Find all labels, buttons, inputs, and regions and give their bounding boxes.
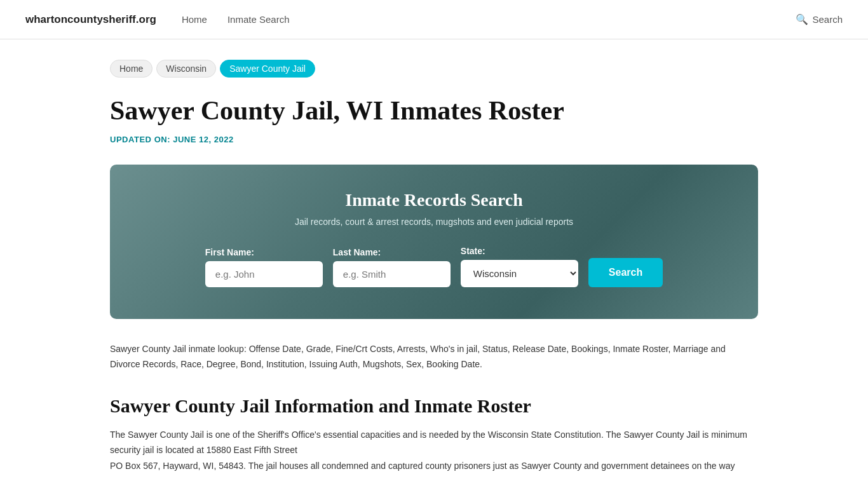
nav-item-inmate-search[interactable]: Inmate Search [227,14,290,25]
first-name-group: First Name: [205,247,323,287]
search-icon: 🔍 [796,13,808,25]
navbar: whartoncountysheriff.org Home Inmate Sea… [0,0,868,39]
body-text: The Sawyer County Jail is one of the She… [110,427,758,474]
first-name-label: First Name: [205,247,254,257]
navbar-search[interactable]: 🔍 Search [796,13,843,25]
state-select[interactable]: AlabamaAlaskaArizonaArkansasCaliforniaCo… [461,260,578,287]
last-name-group: Last Name: [333,247,451,287]
last-name-label: Last Name: [333,247,381,257]
nav-link-home[interactable]: Home [182,14,207,25]
search-form: First Name: Last Name: State: AlabamaAla… [148,246,720,287]
last-name-input[interactable] [333,261,451,287]
search-card: Inmate Records Search Jail records, cour… [110,165,758,319]
breadcrumb: Home Wisconsin Sawyer County Jail [110,60,758,78]
search-card-subtitle: Jail records, court & arrest records, mu… [148,217,720,227]
nav-item-home[interactable]: Home [182,14,207,25]
state-group: State: AlabamaAlaskaArizonaArkansasCalif… [461,246,578,287]
section-heading: Sawyer County Jail Information and Inmat… [110,395,758,417]
description-text: Sawyer County Jail inmate lookup: Offens… [110,342,758,372]
first-name-input[interactable] [205,261,323,287]
search-button[interactable]: Search [588,258,663,287]
navbar-brand[interactable]: whartoncountysheriff.org [25,13,156,26]
page-title: Sawyer County Jail, WI Inmates Roster [110,95,758,126]
state-label: State: [461,246,485,256]
navbar-search-label: Search [812,14,843,25]
updated-on: UPDATED ON: JUNE 12, 2022 [110,135,758,144]
breadcrumb-home[interactable]: Home [110,60,153,78]
main-content: Home Wisconsin Sawyer County Jail Sawyer… [85,39,783,488]
nav-link-inmate-search[interactable]: Inmate Search [227,14,290,25]
breadcrumb-sawyer[interactable]: Sawyer County Jail [220,60,315,78]
search-card-title: Inmate Records Search [148,190,720,210]
breadcrumb-wisconsin[interactable]: Wisconsin [156,60,216,78]
navbar-nav: Home Inmate Search [182,14,771,25]
